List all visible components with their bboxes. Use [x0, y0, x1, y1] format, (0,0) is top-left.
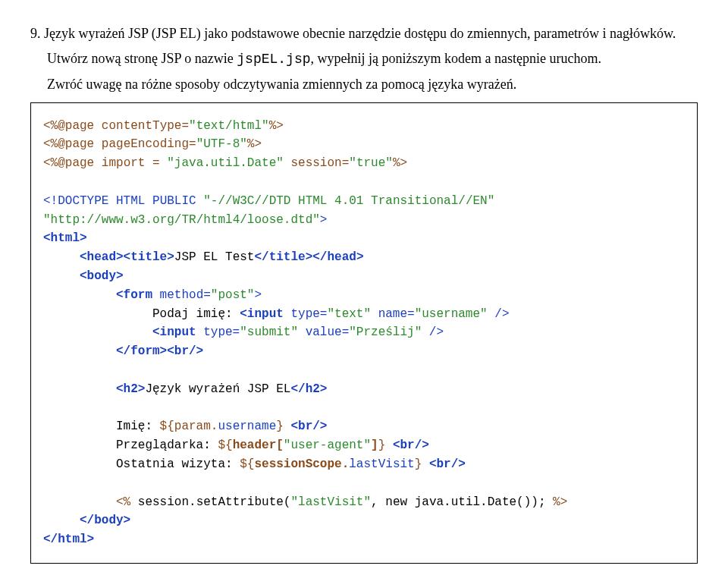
h2-text: Język wyrażeń JSP EL [145, 382, 290, 396]
html-close: </html> [43, 533, 94, 546]
przeg-header: header[ [233, 438, 284, 452]
input2-close: /> [422, 325, 444, 339]
h2-close: </h2> [290, 382, 327, 396]
przeg-ua: "user-agent" [284, 438, 371, 452]
dir-close3: %> [393, 156, 407, 170]
input1-close: /> [488, 307, 510, 321]
ost-label: Ostatnia wizyta: [116, 457, 240, 471]
imie-label: Imię: [116, 420, 160, 433]
input1-type-attr: type= [284, 307, 328, 321]
title-text: JSP EL Test [174, 250, 255, 264]
scriptlet-body2: , new java.util.Date()); [371, 495, 545, 509]
przeg-label: Przeglądarka: [116, 438, 218, 452]
input1-name-val: "username" [415, 307, 488, 321]
attr-enc: pageEncoding= [94, 137, 196, 151]
task-text-2b: , wypełnij ją poniższym kodem a następni… [311, 51, 601, 66]
task-line-2: Utwórz nową stronę JSP o nazwie jspEL.js… [47, 49, 698, 69]
input2-val-val: "Prześlij" [349, 325, 422, 339]
task-line-3: Zwróć uwagę na różne sposoby odczytywani… [47, 75, 698, 94]
task-text-1: Język wyrażeń JSP (JSP EL) jako podstawo… [44, 26, 676, 41]
code-block: <%@page contentType="text/html"%><%@page… [30, 102, 698, 564]
input1-name-attr: name= [371, 307, 415, 321]
przeg-header2: ] [371, 438, 378, 452]
przeg-open: ${ [218, 438, 232, 452]
br3: <br/> [422, 457, 466, 471]
dir-page: <%@page [43, 119, 94, 133]
ost-close: } [415, 457, 422, 471]
val-ct: "text/html" [189, 119, 269, 133]
input2-open: <input [152, 325, 196, 339]
podaj-label: Podaj imię: [152, 307, 240, 321]
input2-val-attr: value= [298, 325, 349, 339]
scriptlet-body: session.setAttribute( [138, 495, 291, 509]
val-ses: "true" [349, 156, 393, 170]
val-enc: "UTF-8" [196, 137, 247, 151]
attr-ses: session= [284, 156, 349, 170]
task-number: 9. [30, 26, 41, 41]
form-method-attr: method= [152, 288, 211, 302]
form-method-val: "post" [211, 288, 255, 302]
ost-open: ${ [240, 457, 254, 471]
input2-type-val: "submit" [240, 325, 298, 339]
val-imp: "java.util.Date" [167, 156, 284, 170]
h2-open: <h2> [116, 382, 145, 396]
input1-type-val: "text" [327, 307, 371, 321]
input1-open: <input [240, 307, 284, 321]
doctype-v1: "-//W3C//DTD HTML 4.01 Transitional//EN" [203, 194, 494, 208]
head-close: </title></head> [254, 250, 363, 264]
body-open: <body> [80, 269, 124, 283]
ost-scope: sessionScope. [254, 457, 349, 471]
input2-type-attr: type= [196, 325, 240, 339]
br1: <br/> [284, 420, 328, 433]
body-close: </body> [80, 514, 130, 527]
dir-page2: <%@page [43, 137, 94, 151]
imie-username: username [218, 420, 276, 433]
doctype-close: > [320, 213, 328, 227]
scriptlet-open: <% [116, 495, 138, 509]
ost-lastvisit: lastVisit [349, 457, 414, 471]
attr-ct: contentType= [94, 119, 189, 133]
form-open: <form [116, 288, 152, 302]
imie-expr-open: ${param. [160, 420, 218, 433]
doctype1: <!DOCTYPE HTML PUBLIC [43, 194, 203, 208]
task-text-3: Zwróć uwagę na różne sposoby odczytywani… [47, 77, 516, 92]
br2: <br/> [385, 438, 429, 452]
dir-close2: %> [247, 137, 262, 151]
form-close: </form><br/> [116, 344, 203, 358]
form-end: > [254, 288, 262, 302]
head-open: <head><title> [80, 250, 174, 264]
doctype-v2: "http://www.w3.org/TR/html4/loose.dtd" [43, 213, 320, 227]
dir-close1: %> [269, 119, 284, 133]
scriptlet-str: "lastVisit" [290, 495, 371, 509]
task-code-filename: jspEL.jsp [237, 52, 310, 67]
dir-page3: <%@page [43, 156, 94, 170]
przeg-close: } [378, 438, 386, 452]
html-open: <html> [43, 231, 87, 245]
scriptlet-close: %> [546, 495, 568, 509]
task-text-2a: Utwórz nową stronę JSP o nazwie [47, 51, 237, 66]
imie-expr-close: } [276, 420, 284, 433]
task-line-1: 9. Język wyrażeń JSP (JSP EL) jako podst… [30, 24, 698, 43]
attr-imp: import = [94, 156, 167, 170]
